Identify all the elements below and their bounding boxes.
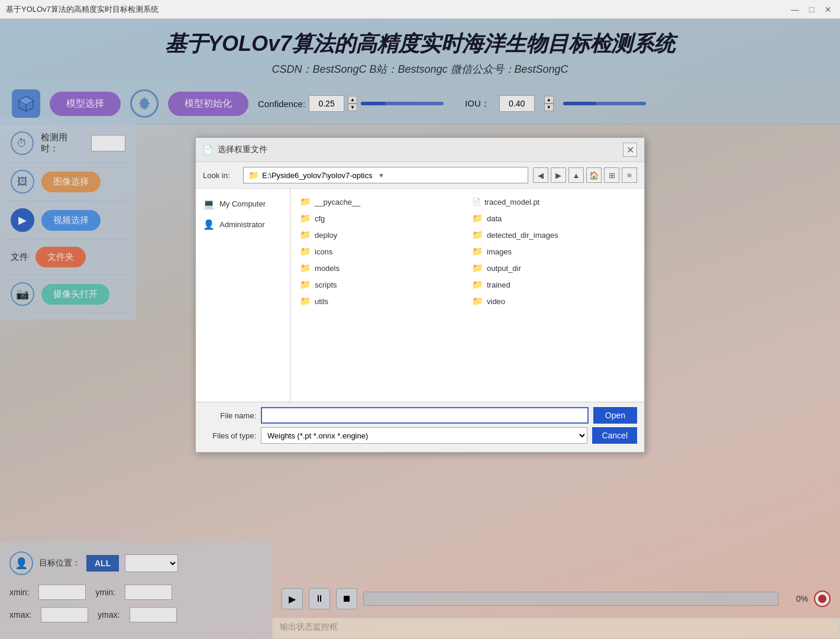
file-name-trained: trained: [487, 280, 511, 289]
file-dialog: 📄 选择权重文件 ✕ Look in: 📁 E:\Pyside6_yolov7\…: [195, 137, 645, 453]
folder-icon-scripts: 📁: [300, 279, 311, 290]
tree-item-mycomputer[interactable]: 💻 My Computer: [196, 193, 290, 214]
file-item-utils[interactable]: 📁 utils: [295, 293, 467, 309]
file-item-video[interactable]: 📁 video: [467, 293, 639, 309]
folder-icon-trained: 📁: [472, 279, 483, 290]
file-item-scripts[interactable]: 📁 scripts: [295, 276, 467, 293]
window-title: 基于YOLOv7算法的高精度实时目标检测系统: [6, 4, 159, 15]
dialog-title-content: 📄 选择权重文件: [203, 144, 267, 155]
file-name-video: video: [487, 297, 505, 306]
dialog-close-button[interactable]: ✕: [623, 143, 637, 157]
cancel-button[interactable]: Cancel: [592, 427, 637, 444]
lookin-label: Look in:: [203, 171, 238, 180]
dialog-title-bar: 📄 选择权重文件 ✕: [196, 138, 644, 162]
path-dropdown-arrow: ▼: [378, 172, 384, 179]
folder-icon-models: 📁: [300, 263, 311, 273]
file-name-detected: detected_dir_images: [487, 231, 558, 240]
folder-icon-icons: 📁: [300, 246, 311, 257]
file-name-pycache: __pycache__: [315, 198, 360, 206]
file-item-deploy[interactable]: 📁 deploy: [295, 227, 467, 243]
folder-icon-detected: 📁: [472, 230, 483, 240]
maximize-button[interactable]: □: [806, 4, 818, 15]
tree-item-administrator-label: Administrator: [219, 220, 265, 229]
dialog-overlay: 📄 选择权重文件 ✕ Look in: 📁 E:\Pyside6_yolov7\…: [0, 19, 840, 639]
dialog-file-icon: 📄: [203, 145, 213, 154]
folder-icon-pycache: 📁: [300, 196, 311, 207]
nav-up-button[interactable]: ▲: [568, 167, 584, 183]
file-item-cfg[interactable]: 📁 cfg: [295, 210, 467, 227]
nav-back-button[interactable]: ◀: [533, 167, 548, 183]
file-name-icons: icons: [315, 247, 332, 256]
file-item-data[interactable]: 📁 data: [467, 210, 639, 227]
dialog-files-panel: 📁 __pycache__ 📄 traced_model.pt 📁 cfg 📁 …: [290, 189, 644, 402]
nav-buttons: ◀ ▶ ▲ 🏠 ⊞ ≡: [533, 167, 637, 183]
dialog-tree-panel: 💻 My Computer 👤 Administrator: [196, 189, 290, 402]
file-name-utils: utils: [315, 297, 328, 306]
file-item-pycache[interactable]: 📁 __pycache__: [295, 193, 467, 210]
dialog-body: 💻 My Computer 👤 Administrator 📁 __pycach…: [196, 189, 644, 402]
filename-label: File name:: [203, 411, 256, 420]
file-name-cfg: cfg: [315, 214, 325, 223]
file-name-images: images: [487, 247, 512, 256]
folder-icon-images: 📁: [472, 246, 483, 257]
filename-row: File name: Open: [203, 407, 637, 424]
window-controls: — □ ✕: [789, 4, 834, 15]
open-button[interactable]: Open: [593, 407, 637, 424]
file-name-data: data: [487, 214, 502, 223]
file-item-output-dir[interactable]: 📁 output_dir: [467, 260, 639, 276]
dialog-lookin-row: Look in: 📁 E:\Pyside6_yolov7\yolov7-opti…: [196, 162, 644, 189]
title-bar: 基于YOLOv7算法的高精度实时目标检测系统 — □ ✕: [0, 0, 840, 19]
filetype-row: Files of type: Weights (*.pt *.onnx *.en…: [203, 427, 637, 444]
tree-item-administrator[interactable]: 👤 Administrator: [196, 214, 290, 235]
file-item-images[interactable]: 📁 images: [467, 243, 639, 260]
folder-icon-cfg: 📁: [300, 213, 311, 224]
filename-input[interactable]: [261, 407, 589, 424]
app-body: 基于YOLOv7算法的高精度实时海洋生物目标检测系统 CSDN：BestSong…: [0, 19, 840, 639]
folder-icon-output-dir: 📁: [472, 263, 483, 273]
computer-icon: 💻: [203, 198, 215, 209]
user-icon: 👤: [203, 219, 215, 230]
close-button[interactable]: ✕: [822, 4, 834, 15]
dialog-title-text-label: 选择权重文件: [218, 144, 267, 155]
minimize-button[interactable]: —: [789, 4, 801, 15]
current-path: E:\Pyside6_yolov7\yolov7-optics: [262, 171, 372, 180]
view-list-button[interactable]: ≡: [622, 167, 637, 183]
path-folder-icon: 📁: [248, 170, 259, 180]
file-item-traced-model[interactable]: 📄 traced_model.pt: [467, 193, 639, 210]
folder-icon-deploy: 📁: [300, 230, 311, 240]
folder-icon-data: 📁: [472, 213, 483, 224]
dialog-bottom: File name: Open Files of type: Weights (…: [196, 402, 644, 452]
file-name-traced-model: traced_model.pt: [484, 198, 539, 206]
pt-file-icon: 📄: [472, 198, 481, 206]
file-name-models: models: [315, 264, 340, 273]
tree-item-mycomputer-label: My Computer: [219, 199, 266, 208]
nav-home-button[interactable]: 🏠: [586, 167, 602, 183]
folder-icon-video: 📁: [472, 296, 483, 306]
file-name-deploy: deploy: [315, 231, 337, 240]
file-item-detected[interactable]: 📁 detected_dir_images: [467, 227, 639, 243]
file-item-models[interactable]: 📁 models: [295, 260, 467, 276]
file-name-output-dir: output_dir: [487, 264, 521, 273]
nav-forward-button[interactable]: ▶: [551, 167, 566, 183]
file-item-trained[interactable]: 📁 trained: [467, 276, 639, 293]
filetype-label: Files of type:: [203, 431, 256, 440]
filetype-select[interactable]: Weights (*.pt *.onnx *.engine): [261, 427, 587, 444]
view-icons-button[interactable]: ⊞: [604, 167, 619, 183]
lookin-path-box: 📁 E:\Pyside6_yolov7\yolov7-optics ▼: [243, 167, 528, 183]
file-name-scripts: scripts: [315, 280, 337, 289]
folder-icon-utils: 📁: [300, 296, 311, 306]
file-item-icons[interactable]: 📁 icons: [295, 243, 467, 260]
